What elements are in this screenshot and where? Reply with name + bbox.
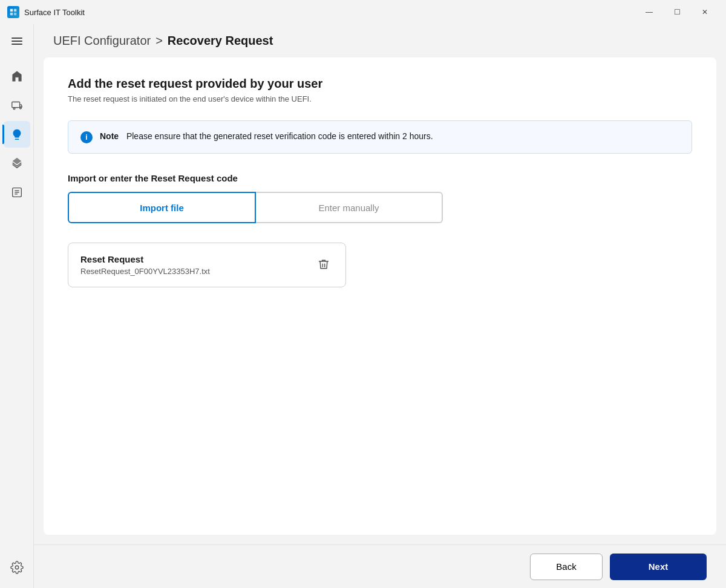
file-name: ResetRequest_0F00YVL23353H7.txt: [80, 267, 210, 276]
sidebar-item-reports[interactable]: [4, 179, 30, 206]
breadcrumb-parent: UEFI Configurator: [53, 34, 151, 48]
app-icon: [7, 6, 19, 18]
sidebar-item-devices[interactable]: [4, 92, 30, 119]
file-card: Reset Request ResetRequest_0F00YVL23353H…: [68, 243, 346, 287]
import-label: Import or enter the Reset Request code: [68, 173, 692, 183]
close-button[interactable]: ✕: [691, 2, 719, 22]
note-message: Please ensure that the generated reset v…: [126, 131, 433, 141]
section-subtitle: The reset request is initiated on the en…: [68, 94, 692, 103]
file-info: Reset Request ResetRequest_0F00YVL23353H…: [80, 254, 210, 276]
section-title: Add the reset request provided by your u…: [68, 77, 692, 91]
main-card: Add the reset request provided by your u…: [44, 57, 716, 535]
breadcrumb: UEFI Configurator > Recovery Request: [34, 24, 726, 53]
hamburger-menu-button[interactable]: [5, 29, 29, 53]
info-icon: i: [80, 131, 93, 143]
sidebar-footer: [4, 554, 30, 588]
app-title: Surface IT Toolkit: [24, 8, 85, 17]
title-bar-left: Surface IT Toolkit: [7, 6, 85, 18]
toggle-group: Import file Enter manually: [68, 192, 443, 223]
svg-rect-5: [11, 41, 22, 42]
svg-rect-1: [14, 9, 16, 11]
breadcrumb-current: Recovery Request: [168, 34, 273, 48]
svg-rect-4: [11, 38, 22, 39]
svg-rect-6: [11, 44, 22, 45]
sidebar-item-deploy[interactable]: [4, 150, 30, 177]
svg-rect-2: [10, 13, 13, 15]
delete-file-button[interactable]: [314, 255, 333, 276]
title-bar: Surface IT Toolkit — ☐ ✕: [0, 0, 726, 24]
sidebar-nav: [4, 58, 30, 554]
footer-bar: Back Next: [34, 544, 726, 588]
svg-rect-0: [10, 9, 13, 11]
app-body: UEFI Configurator > Recovery Request Add…: [0, 24, 726, 588]
sidebar-item-settings[interactable]: [4, 554, 30, 581]
svg-point-8: [19, 107, 21, 109]
minimize-button[interactable]: —: [635, 2, 663, 22]
note-box: i Note Please ensure that the generated …: [68, 120, 692, 154]
maximize-button[interactable]: ☐: [663, 2, 691, 22]
svg-rect-7: [11, 102, 19, 108]
sidebar-item-home[interactable]: [4, 63, 30, 90]
file-title: Reset Request: [80, 254, 210, 264]
window-controls: — ☐ ✕: [635, 2, 719, 22]
sidebar-item-uefi[interactable]: [4, 121, 30, 148]
trash-icon: [318, 258, 330, 270]
note-label: Note: [100, 131, 119, 141]
note-text: [122, 131, 124, 141]
back-button[interactable]: Back: [530, 554, 603, 580]
next-button[interactable]: Next: [610, 554, 707, 580]
breadcrumb-separator: >: [155, 34, 163, 48]
import-file-button[interactable]: Import file: [68, 192, 256, 223]
svg-rect-3: [14, 13, 16, 15]
enter-manually-button[interactable]: Enter manually: [256, 192, 443, 223]
sidebar: [0, 24, 34, 588]
content-area: UEFI Configurator > Recovery Request Add…: [34, 24, 726, 588]
svg-point-9: [13, 108, 15, 109]
note-content: Note Please ensure that the generated re…: [100, 131, 433, 142]
